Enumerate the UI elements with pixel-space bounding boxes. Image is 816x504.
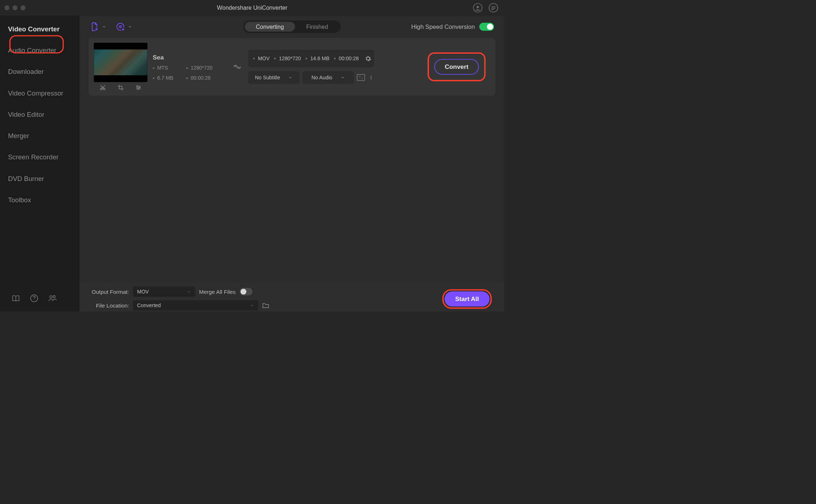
highlight-convert: Convert bbox=[427, 52, 486, 81]
src-resolution: 1280*720 bbox=[186, 65, 220, 71]
src-format: MTS bbox=[153, 65, 186, 71]
sidebar-item-merger[interactable]: Merger bbox=[0, 125, 80, 146]
menu-icon[interactable] bbox=[489, 3, 498, 13]
svg-point-9 bbox=[53, 296, 55, 298]
add-disc-button[interactable] bbox=[116, 22, 132, 31]
window-controls bbox=[4, 5, 25, 10]
chevron-down-icon bbox=[288, 75, 293, 80]
chevron-down-icon bbox=[250, 304, 254, 308]
toolbar: Converting Finished High Speed Conversio… bbox=[80, 16, 504, 38]
convert-button[interactable]: Convert bbox=[434, 59, 479, 75]
add-file-button[interactable] bbox=[90, 22, 106, 31]
audio-value: No Audio bbox=[312, 75, 333, 81]
src-size: 6.7 MB bbox=[153, 75, 186, 81]
merge-all-toggle[interactable] bbox=[240, 288, 253, 295]
svg-point-26 bbox=[139, 87, 140, 88]
file-location-label: File Location: bbox=[90, 302, 129, 309]
file-card: Sea MTS 1280*720 6.7 MB 00:00:28 bbox=[88, 38, 495, 96]
feedback-icon[interactable] bbox=[48, 294, 56, 302]
svg-line-20 bbox=[102, 85, 105, 88]
account-icon[interactable] bbox=[473, 3, 482, 13]
output-settings-box: MOV 1280*720 14.6 MB 00:00:28 bbox=[248, 50, 374, 67]
merge-all-label: Merge All Files bbox=[199, 288, 236, 295]
output-format-label: Output Format: bbox=[90, 288, 129, 295]
minimize-window-button[interactable] bbox=[13, 5, 18, 10]
sidebar-item-downloader[interactable]: Downloader bbox=[0, 61, 80, 82]
subtitle-value: No Subtitle bbox=[255, 75, 280, 81]
sidebar-item-video-converter[interactable]: Video Converter bbox=[0, 18, 80, 40]
guide-icon[interactable] bbox=[12, 294, 20, 302]
close-window-button[interactable] bbox=[4, 5, 9, 10]
svg-point-1 bbox=[477, 6, 479, 8]
high-speed-label: High Speed Conversion bbox=[411, 23, 475, 30]
high-speed-toggle[interactable] bbox=[479, 23, 494, 31]
tab-converting[interactable]: Converting bbox=[245, 22, 295, 32]
highlight-start-all: Start All bbox=[442, 289, 492, 309]
file-name: Sea bbox=[153, 54, 226, 61]
svg-point-14 bbox=[119, 26, 121, 27]
svg-point-7 bbox=[34, 300, 35, 301]
output-format-value: MOV bbox=[137, 289, 149, 295]
app-title: Wondershare UniConverter bbox=[217, 4, 287, 11]
file-location-value: Converted bbox=[137, 302, 161, 309]
crop-icon[interactable] bbox=[117, 84, 124, 91]
titlebar: Wondershare UniConverter bbox=[0, 0, 504, 16]
chevron-down-icon bbox=[340, 75, 345, 80]
chevron-down-icon bbox=[128, 25, 132, 29]
tabs: Converting Finished bbox=[244, 21, 341, 33]
sidebar-item-toolbox[interactable]: Toolbox bbox=[0, 189, 80, 211]
audio-dropdown[interactable]: No Audio bbox=[303, 71, 354, 84]
out-duration: 00:00:28 bbox=[334, 56, 359, 62]
zoom-window-button[interactable] bbox=[21, 5, 26, 10]
chevron-down-icon bbox=[102, 25, 106, 29]
sidebar-item-screen-recorder[interactable]: Screen Recorder bbox=[0, 147, 80, 168]
expand-icon[interactable] bbox=[357, 74, 365, 81]
main-panel: Converting Finished High Speed Conversio… bbox=[80, 16, 504, 311]
svg-point-27 bbox=[137, 88, 139, 89]
sidebar-item-video-compressor[interactable]: Video Compressor bbox=[0, 83, 80, 104]
bottom-bar: Output Format: MOV Merge All Files File … bbox=[80, 283, 504, 311]
subtitle-dropdown[interactable]: No Subtitle bbox=[248, 71, 299, 84]
tab-finished[interactable]: Finished bbox=[295, 22, 339, 32]
svg-point-8 bbox=[50, 296, 52, 298]
open-folder-icon[interactable] bbox=[262, 302, 269, 309]
src-duration: 00:00:28 bbox=[186, 75, 220, 81]
start-all-button[interactable]: Start All bbox=[444, 291, 490, 306]
effects-icon[interactable] bbox=[135, 84, 142, 91]
sidebar: Video Converter Audio Converter Download… bbox=[0, 16, 80, 311]
video-thumbnail[interactable] bbox=[94, 43, 147, 82]
svg-point-25 bbox=[137, 85, 138, 87]
sidebar-item-video-editor[interactable]: Video Editor bbox=[0, 104, 80, 125]
output-format-dropdown[interactable]: MOV bbox=[133, 287, 195, 297]
out-size: 14.6 MB bbox=[306, 56, 330, 62]
info-icon[interactable]: i bbox=[368, 74, 374, 81]
convert-arrow-icon bbox=[232, 63, 243, 71]
settings-gear-icon[interactable] bbox=[365, 55, 372, 62]
file-location-dropdown[interactable]: Converted bbox=[133, 300, 258, 310]
chevron-down-icon bbox=[187, 289, 191, 293]
trim-icon[interactable] bbox=[100, 84, 106, 91]
help-icon[interactable] bbox=[30, 294, 38, 302]
svg-line-21 bbox=[101, 85, 104, 88]
out-format: MOV bbox=[253, 56, 269, 62]
out-resolution: 1280*720 bbox=[274, 56, 301, 62]
sidebar-item-dvd-burner[interactable]: DVD Burner bbox=[0, 168, 80, 189]
